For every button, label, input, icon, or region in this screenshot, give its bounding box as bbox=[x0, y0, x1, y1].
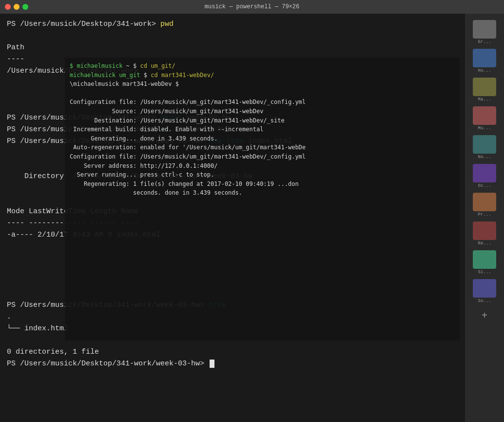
sidebar-item-3[interactable]: Mu... bbox=[467, 105, 502, 132]
sidebar-icon-box-1 bbox=[473, 49, 496, 67]
window-controls bbox=[5, 4, 28, 10]
sidebar-icon-list: Gr... Ho... Ma... Mu... No... Oc... Pr..… bbox=[465, 19, 504, 304]
sidebar-label-4: No... bbox=[478, 155, 491, 160]
sidebar-icon-box-3 bbox=[473, 106, 496, 125]
terminal-line-1: PS /Users/musick/Desktop/341-work> pwd bbox=[7, 19, 458, 30]
sidebar-label-3: Mu... bbox=[478, 126, 491, 131]
lesson-content: $ michaelmusick ~ $ cd um_git/ michaelmu… bbox=[70, 61, 455, 198]
title-bar: musick — powershell — 79×26 bbox=[0, 0, 504, 14]
sidebar-item-0[interactable]: Gr... bbox=[467, 19, 502, 45]
sidebar-add-button[interactable]: + bbox=[482, 310, 487, 322]
sidebar-icon-box-7 bbox=[473, 221, 496, 240]
sidebar-item-6[interactable]: Pr... bbox=[467, 191, 502, 218]
sidebar-item-5[interactable]: Oc... bbox=[467, 162, 502, 189]
sidebar-label-9: So... bbox=[478, 299, 491, 303]
tree-dot: . bbox=[7, 313, 11, 321]
cmd-1: pwd bbox=[160, 20, 174, 28]
terminal-line-blank-1 bbox=[7, 30, 458, 42]
close-button[interactable] bbox=[5, 4, 11, 10]
sidebar-item-4[interactable]: No... bbox=[467, 134, 502, 161]
sidebar-icon-box-0 bbox=[473, 20, 496, 39]
sidebar-label-2: Ma... bbox=[478, 97, 491, 102]
dir-count: 0 directories, 1 file bbox=[7, 348, 99, 356]
row-mode: -a---- bbox=[7, 231, 38, 239]
sidebar-item-7[interactable]: Re... bbox=[467, 220, 502, 247]
sidebar-label-6: Pr... bbox=[478, 212, 491, 217]
sidebar-item-1[interactable]: Ho... bbox=[467, 47, 502, 74]
maximize-button[interactable] bbox=[22, 4, 28, 10]
sidebar-icon-box-6 bbox=[473, 193, 496, 211]
path-label: Path bbox=[7, 43, 24, 52]
prompt-1: PS /Users/musick/Desktop/341-work> bbox=[7, 20, 160, 28]
col-mode: Mode bbox=[7, 207, 29, 216]
right-sidebar: Gr... Ho... Ma... Mu... No... Oc... Pr..… bbox=[465, 14, 504, 422]
sidebar-label-1: Ho... bbox=[478, 68, 491, 73]
sidebar-label-0: Gr... bbox=[478, 40, 491, 44]
sidebar-item-9[interactable]: So... bbox=[467, 278, 502, 304]
terminal-final-prompt: PS /Users/musick/Desktop/341-work/week-0… bbox=[7, 358, 458, 370]
tree-file: └── index.html bbox=[7, 324, 68, 333]
sidebar-icon-box-5 bbox=[473, 164, 496, 182]
terminal-line-path-label: Path bbox=[7, 42, 458, 54]
sidebar-item-2[interactable]: Ma... bbox=[467, 76, 502, 103]
sidebar-label-7: Re... bbox=[478, 241, 491, 246]
terminal-dir-count: 0 directories, 1 file bbox=[7, 346, 458, 358]
sidebar-icon-box-9 bbox=[473, 279, 496, 298]
cursor bbox=[210, 360, 214, 368]
lesson-overlay: $ michaelmusick ~ $ cd um_git/ michaelmu… bbox=[65, 58, 460, 341]
sidebar-item-8[interactable]: Si... bbox=[467, 249, 502, 276]
sidebar-icon-box-4 bbox=[473, 135, 496, 154]
minimize-button[interactable] bbox=[14, 4, 19, 10]
sidebar-label-5: Oc... bbox=[478, 183, 491, 188]
sidebar-label-8: Si... bbox=[478, 270, 491, 275]
sep-mode: ---- bbox=[7, 219, 29, 227]
window-title: musick — powershell — 79×26 bbox=[205, 3, 299, 10]
path-sep: ---- bbox=[7, 55, 24, 63]
sidebar-icon-box-8 bbox=[473, 250, 496, 269]
sidebar-icon-box-2 bbox=[473, 78, 496, 96]
final-prompt: PS /Users/musick/Desktop/341-work/week-0… bbox=[7, 360, 209, 368]
